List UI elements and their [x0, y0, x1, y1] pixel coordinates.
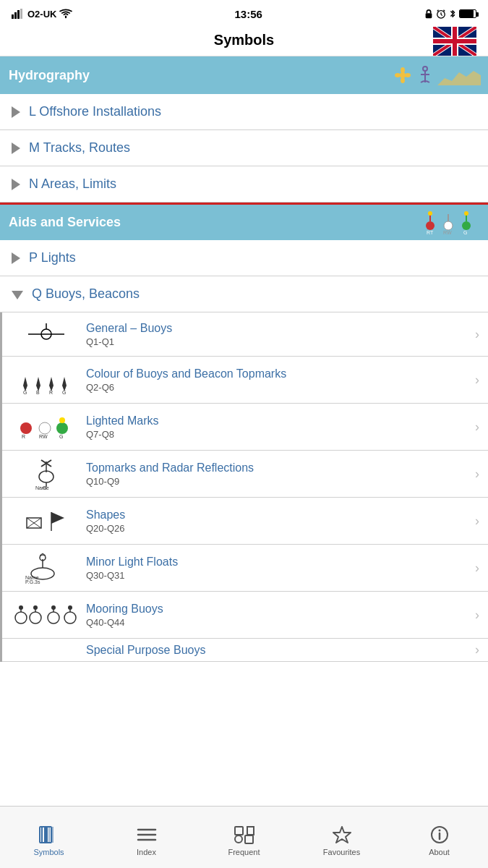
svg-point-72: [19, 605, 23, 610]
svg-point-13: [401, 77, 405, 83]
lock-icon: [424, 9, 433, 19]
tab-about[interactable]: About: [390, 819, 488, 856]
deco-anchor-icon: [417, 65, 433, 85]
chevron-right-icon: ›: [475, 373, 479, 388]
q2-range: Q2-Q6: [86, 382, 471, 393]
svg-text:G: G: [59, 434, 63, 439]
svg-rect-3: [20, 9, 22, 19]
chevron-right-icon: ›: [475, 642, 479, 658]
svg-text:R: R: [22, 434, 25, 439]
q-buoys-subitems: General – Buoys Q1-Q1 › G B R: [0, 312, 488, 662]
triangle-right-icon: [12, 142, 20, 154]
shapes-icon: [21, 505, 72, 537]
hamburger-icon: [137, 826, 157, 843]
svg-point-49: [59, 417, 65, 423]
sub-item-q6[interactable]: P.G.3s Name Minor Light Floats Q30-Q31 ›: [2, 545, 488, 592]
aids-deco: RT RW G: [423, 210, 481, 236]
sub-item-q3[interactable]: R RW G Lighted Marks Q7-Q8 ›: [2, 404, 488, 451]
list-item-q-buoys[interactable]: Q Buoys, Beacons: [0, 276, 488, 312]
q5-content: Shapes Q20-Q26: [86, 509, 471, 534]
tab-bar: Symbols Index Frequent: [0, 806, 488, 868]
battery-icon: [459, 9, 476, 18]
svg-point-94: [235, 835, 242, 843]
svg-text:G: G: [43, 485, 46, 490]
q1-title: General – Buoys: [86, 322, 471, 335]
hydrography-deco: [393, 65, 481, 85]
q3-title: Lighted Marks: [86, 414, 471, 427]
list-item-m-tracks[interactable]: M Tracks, Routes: [0, 130, 488, 166]
svg-rect-23: [448, 214, 449, 221]
list-item-n-areas[interactable]: N Areas, Limits: [0, 166, 488, 203]
svg-point-79: [64, 612, 76, 624]
status-time: 13:56: [235, 8, 262, 20]
svg-point-44: [20, 422, 32, 434]
sub-item-q8[interactable]: Special Purpose Buoys ›: [2, 639, 488, 662]
svg-point-46: [39, 422, 51, 434]
status-bar: O2-UK 13:56: [0, 0, 488, 26]
svg-line-7: [441, 14, 442, 16]
svg-text:R: R: [49, 390, 53, 395]
tab-index[interactable]: Index: [98, 819, 195, 856]
favourites-tab-label: Favourites: [323, 848, 360, 856]
triangle-right-icon: [12, 252, 20, 264]
sub-item-q5[interactable]: Shapes Q20-Q26 ›: [2, 498, 488, 545]
q4-content: Topmarks and Radar Reflections Q10-Q9: [86, 461, 471, 487]
q4-title: Topmarks and Radar Reflections: [86, 461, 471, 475]
favourites-tab-icon: [331, 825, 353, 845]
svg-point-48: [56, 422, 68, 434]
mooring-buoys-icon: [14, 599, 79, 631]
q7-icon: [14, 599, 79, 631]
svg-text:Name: Name: [25, 575, 39, 580]
symbols-tab-label: Symbols: [33, 848, 64, 856]
list-item-l-offshore[interactable]: L Offshore Installations: [0, 94, 488, 130]
svg-marker-62: [51, 512, 64, 524]
chevron-right-icon: ›: [475, 561, 479, 576]
sub-item-q7[interactable]: Mooring Buoys Q40-Q44 ›: [2, 592, 488, 639]
list-item-p-lights[interactable]: P Lights: [0, 240, 488, 276]
q1-content: General – Buoys Q1-Q1: [86, 322, 471, 347]
q8-icon: [14, 639, 79, 661]
triangle-right-icon: [12, 106, 20, 118]
svg-marker-93: [247, 827, 254, 835]
svg-marker-38: [49, 377, 53, 386]
status-icons: [424, 9, 476, 19]
svg-marker-32: [23, 377, 27, 386]
svg-text:B: B: [36, 390, 40, 395]
q6-title: Minor Light Floats: [86, 556, 471, 569]
svg-point-70: [15, 612, 27, 624]
tab-favourites[interactable]: Favourites: [293, 819, 390, 856]
info-icon: [430, 825, 449, 844]
sub-item-q1[interactable]: General – Buoys Q1-Q1 ›: [2, 312, 488, 357]
svg-line-8: [437, 10, 439, 12]
q5-title: Shapes: [86, 509, 471, 522]
n-areas-label: N Areas, Limits: [29, 176, 116, 192]
tab-symbols[interactable]: Symbols: [0, 819, 98, 856]
sub-item-q4[interactable]: Name G Topmarks and Radar Reflections Q1…: [2, 451, 488, 498]
topmarks-icon: Name G: [21, 458, 72, 490]
about-tab-label: About: [429, 848, 450, 856]
svg-text:RW: RW: [39, 434, 48, 439]
q3-icon: R RW G: [14, 411, 79, 443]
chevron-right-icon: ›: [475, 467, 479, 482]
tab-frequent[interactable]: Frequent: [195, 819, 293, 856]
q5-range: Q20-Q26: [86, 523, 471, 534]
section-aids: Aids and Services RT RW G: [0, 203, 488, 240]
books-icon: [38, 825, 60, 844]
shapes-grid-icon: [234, 825, 255, 844]
svg-point-11: [400, 72, 406, 78]
carrier-wifi: O2-UK: [12, 9, 72, 20]
frequent-tab-label: Frequent: [228, 848, 260, 856]
svg-point-14: [395, 73, 401, 77]
header: Symbols: [0, 26, 488, 56]
q2-icon: G B R G: [14, 364, 79, 396]
svg-rect-1: [14, 12, 17, 19]
sub-item-q2[interactable]: G B R G Colour of Buoys and Beacon Topma…: [2, 357, 488, 404]
svg-text:G: G: [463, 230, 467, 235]
triangle-down-icon: [12, 291, 23, 299]
svg-marker-35: [36, 377, 40, 386]
svg-text:RW: RW: [443, 230, 452, 235]
svg-marker-41: [62, 377, 67, 386]
q6-icon: P.G.3s Name: [14, 552, 79, 584]
svg-text:RT: RT: [427, 230, 434, 235]
page-title: Symbols: [214, 32, 274, 48]
